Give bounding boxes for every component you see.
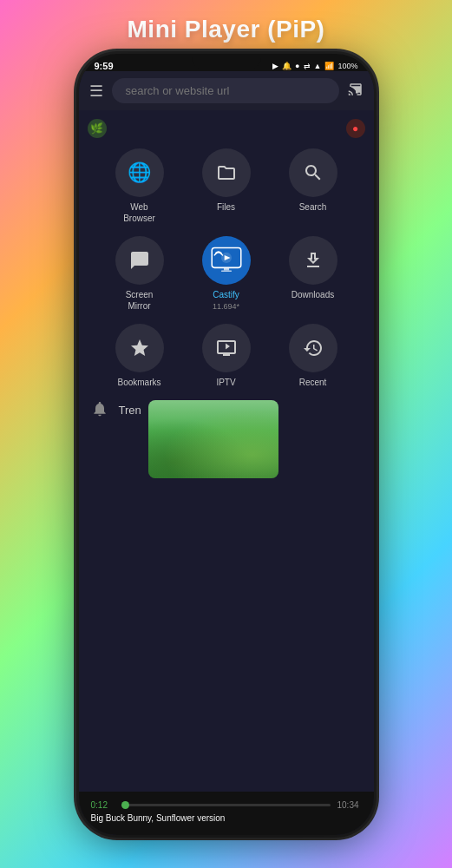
phone-notch bbox=[192, 54, 261, 69]
status-time: 9:59 bbox=[95, 61, 114, 71]
sync-icon: ⇄ bbox=[304, 62, 311, 70]
trend-label: Tren bbox=[119, 400, 141, 417]
thumbnail-image bbox=[148, 400, 278, 478]
phone-outer: 9:59 ▶ 🔔 ● ⇄ ▲ 📶 100% ☰ bbox=[79, 54, 374, 835]
player-title: Big Buck Bunny, Sunflower version bbox=[91, 813, 362, 823]
castify-sublabel: 11.694* bbox=[213, 302, 239, 311]
search-icon bbox=[289, 148, 337, 197]
left-indicator: 🌿 bbox=[88, 119, 107, 138]
youtube-icon: ▶ bbox=[272, 62, 278, 70]
progress-dot bbox=[121, 801, 129, 809]
battery-text: 100% bbox=[337, 62, 357, 70]
progress-bar-bg[interactable] bbox=[122, 804, 331, 806]
progress-bar-fill bbox=[122, 804, 127, 806]
apps-grid: 🌐 WebBrowser Files bbox=[105, 148, 348, 388]
wifi-icon: ▲ bbox=[314, 62, 322, 70]
web-browser-icon: 🌐 bbox=[115, 148, 164, 197]
total-time: 10:34 bbox=[337, 800, 362, 810]
indicator-row: 🌿 ● bbox=[79, 119, 374, 138]
iptv-label: IPTV bbox=[216, 377, 235, 388]
svg-rect-3 bbox=[223, 267, 228, 270]
recent-label: Recent bbox=[299, 377, 327, 388]
top-bar: ☰ bbox=[79, 71, 374, 110]
app-item-recent[interactable]: Recent bbox=[278, 324, 348, 388]
trend-thumbnail[interactable] bbox=[148, 400, 278, 478]
downloads-icon bbox=[289, 236, 337, 285]
app-item-castify[interactable]: Castify 11.694* bbox=[192, 236, 261, 312]
screen-mirror-label: ScreenMirror bbox=[126, 289, 154, 312]
status-icons: ▶ 🔔 ● ⇄ ▲ 📶 100% bbox=[272, 62, 357, 70]
castify-label: Castify bbox=[213, 289, 239, 300]
iptv-icon bbox=[202, 324, 251, 372]
notification-bell bbox=[91, 400, 108, 418]
bell-icon: 🔔 bbox=[282, 62, 292, 70]
app-item-screen-mirror[interactable]: ScreenMirror bbox=[105, 236, 174, 312]
dot-icon: ● bbox=[295, 62, 299, 70]
page-title: Mini Player (PiP) bbox=[128, 0, 325, 54]
app-item-web-browser[interactable]: 🌐 WebBrowser bbox=[105, 148, 174, 224]
hamburger-icon[interactable]: ☰ bbox=[89, 82, 103, 101]
cast-icon[interactable] bbox=[348, 82, 364, 101]
app-item-downloads[interactable]: Downloads bbox=[278, 236, 348, 312]
main-content: 🌿 ● 🌐 WebBrowser bbox=[79, 110, 374, 835]
signal-icon: 📶 bbox=[324, 62, 334, 70]
bookmarks-icon bbox=[115, 324, 164, 372]
search-label: Search bbox=[299, 201, 327, 213]
app-item-bookmarks[interactable]: Bookmarks bbox=[105, 324, 174, 388]
downloads-label: Downloads bbox=[292, 289, 334, 300]
current-time: 0:12 bbox=[91, 800, 115, 810]
trend-row: Tren bbox=[79, 400, 374, 478]
files-label: Files bbox=[217, 201, 235, 213]
screen-mirror-icon bbox=[115, 236, 164, 285]
castify-icon bbox=[202, 236, 251, 285]
app-item-iptv[interactable]: IPTV bbox=[192, 324, 261, 388]
status-bar: 9:59 ▶ 🔔 ● ⇄ ▲ 📶 100% bbox=[79, 54, 374, 71]
app-item-files[interactable]: Files bbox=[192, 148, 261, 224]
mini-player[interactable]: 0:12 10:34 Big Buck Bunny, Sunflower ver… bbox=[79, 792, 374, 835]
recent-icon bbox=[289, 324, 337, 372]
web-browser-label: WebBrowser bbox=[123, 201, 155, 224]
files-icon bbox=[202, 148, 251, 197]
progress-row: 0:12 10:34 bbox=[91, 800, 362, 810]
svg-rect-4 bbox=[220, 270, 231, 272]
app-item-search[interactable]: Search bbox=[278, 148, 348, 224]
bookmarks-label: Bookmarks bbox=[117, 377, 160, 388]
phone-screen: ☰ 🌿 ● 🌐 bbox=[79, 71, 374, 835]
right-indicator: ● bbox=[346, 119, 365, 138]
search-input[interactable] bbox=[112, 78, 339, 103]
